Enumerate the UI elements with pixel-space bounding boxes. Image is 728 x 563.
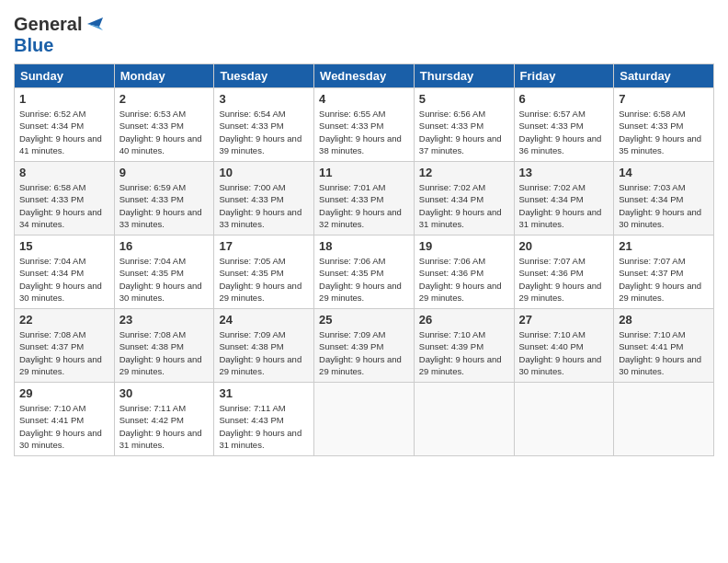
table-row: 4 Sunrise: 6:55 AMSunset: 4:33 PMDayligh… bbox=[314, 88, 415, 162]
day-info: Sunrise: 6:52 AMSunset: 4:34 PMDaylight:… bbox=[19, 108, 109, 156]
table-row: 28 Sunrise: 7:10 AMSunset: 4:41 PMDaylig… bbox=[614, 309, 714, 383]
col-monday: Monday bbox=[114, 64, 214, 88]
day-number: 10 bbox=[219, 166, 309, 179]
table-row: 21 Sunrise: 7:07 AMSunset: 4:37 PMDaylig… bbox=[614, 236, 714, 309]
table-row: 8 Sunrise: 6:58 AMSunset: 4:33 PMDayligh… bbox=[15, 162, 115, 236]
day-number: 9 bbox=[119, 166, 210, 179]
table-row: 25 Sunrise: 7:09 AMSunset: 4:39 PMDaylig… bbox=[314, 309, 415, 383]
day-number: 27 bbox=[519, 313, 609, 327]
day-info: Sunrise: 6:58 AMSunset: 4:33 PMDaylight:… bbox=[19, 181, 109, 230]
logo-bird-icon bbox=[83, 14, 103, 34]
table-row: 19 Sunrise: 7:06 AMSunset: 4:36 PMDaylig… bbox=[414, 236, 514, 309]
day-info: Sunrise: 6:59 AMSunset: 4:33 PMDaylight:… bbox=[119, 181, 210, 230]
day-info: Sunrise: 7:10 AMSunset: 4:41 PMDaylight:… bbox=[19, 402, 109, 451]
table-row: 16 Sunrise: 7:04 AMSunset: 4:35 PMDaylig… bbox=[114, 236, 214, 309]
day-info: Sunrise: 7:07 AMSunset: 4:36 PMDaylight:… bbox=[519, 255, 609, 304]
day-info: Sunrise: 6:57 AMSunset: 4:33 PMDaylight:… bbox=[519, 108, 609, 156]
col-sunday: Sunday bbox=[15, 64, 115, 88]
table-row: 29 Sunrise: 7:10 AMSunset: 4:41 PMDaylig… bbox=[15, 383, 115, 456]
day-info: Sunrise: 7:08 AMSunset: 4:38 PMDaylight:… bbox=[119, 328, 210, 377]
day-info: Sunrise: 7:10 AMSunset: 4:39 PMDaylight:… bbox=[419, 328, 509, 377]
day-info: Sunrise: 7:07 AMSunset: 4:37 PMDaylight:… bbox=[619, 255, 709, 304]
table-row: 11 Sunrise: 7:01 AMSunset: 4:33 PMDaylig… bbox=[314, 162, 415, 236]
col-thursday: Thursday bbox=[414, 64, 514, 88]
col-saturday: Saturday bbox=[614, 64, 714, 88]
day-number: 1 bbox=[19, 92, 109, 106]
day-number: 5 bbox=[419, 92, 509, 106]
header: General Blue bbox=[14, 14, 714, 54]
day-number: 4 bbox=[319, 92, 409, 106]
day-info: Sunrise: 7:09 AMSunset: 4:38 PMDaylight:… bbox=[219, 328, 309, 377]
day-info: Sunrise: 6:58 AMSunset: 4:33 PMDaylight:… bbox=[619, 108, 709, 156]
calendar-container: General Blue Sunday Monday Tuesday Wedne… bbox=[0, 0, 728, 563]
table-row: 2 Sunrise: 6:53 AMSunset: 4:33 PMDayligh… bbox=[114, 88, 214, 162]
table-row: 23 Sunrise: 7:08 AMSunset: 4:38 PMDaylig… bbox=[114, 309, 214, 383]
table-row: 7 Sunrise: 6:58 AMSunset: 4:33 PMDayligh… bbox=[614, 88, 714, 162]
table-row: 6 Sunrise: 6:57 AMSunset: 4:33 PMDayligh… bbox=[514, 88, 614, 162]
day-info: Sunrise: 7:11 AMSunset: 4:42 PMDaylight:… bbox=[119, 402, 210, 451]
day-number: 30 bbox=[119, 386, 210, 400]
day-info: Sunrise: 7:02 AMSunset: 4:34 PMDaylight:… bbox=[519, 181, 609, 230]
day-number: 21 bbox=[619, 239, 709, 253]
col-tuesday: Tuesday bbox=[214, 64, 314, 88]
table-row: 9 Sunrise: 6:59 AMSunset: 4:33 PMDayligh… bbox=[114, 162, 214, 236]
day-number: 7 bbox=[619, 92, 709, 106]
table-row: 1 Sunrise: 6:52 AMSunset: 4:34 PMDayligh… bbox=[15, 88, 115, 162]
day-number: 24 bbox=[219, 313, 309, 327]
logo-general: General bbox=[14, 15, 82, 33]
day-number: 14 bbox=[619, 166, 709, 179]
day-number: 29 bbox=[19, 386, 109, 400]
table-row: 18 Sunrise: 7:06 AMSunset: 4:35 PMDaylig… bbox=[314, 236, 415, 309]
day-number: 25 bbox=[319, 313, 409, 327]
day-number: 16 bbox=[119, 239, 210, 253]
day-number: 8 bbox=[19, 166, 109, 179]
day-number: 15 bbox=[19, 239, 109, 253]
day-number: 13 bbox=[519, 166, 609, 179]
table-row: 22 Sunrise: 7:08 AMSunset: 4:37 PMDaylig… bbox=[15, 309, 115, 383]
day-number: 23 bbox=[119, 313, 210, 327]
table-row bbox=[614, 383, 714, 456]
table-row: 17 Sunrise: 7:05 AMSunset: 4:35 PMDaylig… bbox=[214, 236, 314, 309]
day-info: Sunrise: 6:54 AMSunset: 4:33 PMDaylight:… bbox=[219, 108, 309, 156]
day-number: 22 bbox=[19, 313, 109, 327]
day-number: 18 bbox=[319, 239, 409, 253]
day-info: Sunrise: 6:55 AMSunset: 4:33 PMDaylight:… bbox=[319, 108, 409, 156]
table-row: 13 Sunrise: 7:02 AMSunset: 4:34 PMDaylig… bbox=[514, 162, 614, 236]
logo-blue: Blue bbox=[14, 35, 53, 55]
day-number: 6 bbox=[519, 92, 609, 106]
day-number: 12 bbox=[419, 166, 509, 179]
day-info: Sunrise: 7:11 AMSunset: 4:43 PMDaylight:… bbox=[219, 402, 309, 451]
day-info: Sunrise: 7:02 AMSunset: 4:34 PMDaylight:… bbox=[419, 181, 509, 230]
table-row: 26 Sunrise: 7:10 AMSunset: 4:39 PMDaylig… bbox=[414, 309, 514, 383]
day-info: Sunrise: 7:04 AMSunset: 4:34 PMDaylight:… bbox=[19, 255, 109, 304]
table-row: 5 Sunrise: 6:56 AMSunset: 4:33 PMDayligh… bbox=[414, 88, 514, 162]
day-info: Sunrise: 7:09 AMSunset: 4:39 PMDaylight:… bbox=[319, 328, 409, 377]
day-number: 19 bbox=[419, 239, 509, 253]
day-info: Sunrise: 7:00 AMSunset: 4:33 PMDaylight:… bbox=[219, 181, 309, 230]
day-info: Sunrise: 6:53 AMSunset: 4:33 PMDaylight:… bbox=[119, 108, 210, 156]
day-info: Sunrise: 7:05 AMSunset: 4:35 PMDaylight:… bbox=[219, 255, 309, 304]
logo: General Blue bbox=[14, 14, 103, 54]
table-row: 27 Sunrise: 7:10 AMSunset: 4:40 PMDaylig… bbox=[514, 309, 614, 383]
day-info: Sunrise: 7:08 AMSunset: 4:37 PMDaylight:… bbox=[19, 328, 109, 377]
day-number: 31 bbox=[219, 386, 309, 400]
col-friday: Friday bbox=[514, 64, 614, 88]
table-row: 31 Sunrise: 7:11 AMSunset: 4:43 PMDaylig… bbox=[214, 383, 314, 456]
table-row: 3 Sunrise: 6:54 AMSunset: 4:33 PMDayligh… bbox=[214, 88, 314, 162]
day-number: 3 bbox=[219, 92, 309, 106]
table-row: 24 Sunrise: 7:09 AMSunset: 4:38 PMDaylig… bbox=[214, 309, 314, 383]
day-number: 20 bbox=[519, 239, 609, 253]
table-row: 30 Sunrise: 7:11 AMSunset: 4:42 PMDaylig… bbox=[114, 383, 214, 456]
day-info: Sunrise: 7:06 AMSunset: 4:35 PMDaylight:… bbox=[319, 255, 409, 304]
day-number: 26 bbox=[419, 313, 509, 327]
table-row: 12 Sunrise: 7:02 AMSunset: 4:34 PMDaylig… bbox=[414, 162, 514, 236]
day-number: 28 bbox=[619, 313, 709, 327]
day-number: 11 bbox=[319, 166, 409, 179]
day-info: Sunrise: 7:03 AMSunset: 4:34 PMDaylight:… bbox=[619, 181, 709, 230]
table-row: 10 Sunrise: 7:00 AMSunset: 4:33 PMDaylig… bbox=[214, 162, 314, 236]
day-info: Sunrise: 7:06 AMSunset: 4:36 PMDaylight:… bbox=[419, 255, 509, 304]
day-info: Sunrise: 7:10 AMSunset: 4:41 PMDaylight:… bbox=[619, 328, 709, 377]
col-wednesday: Wednesday bbox=[314, 64, 415, 88]
day-number: 2 bbox=[119, 92, 210, 106]
svg-marker-0 bbox=[87, 17, 103, 27]
